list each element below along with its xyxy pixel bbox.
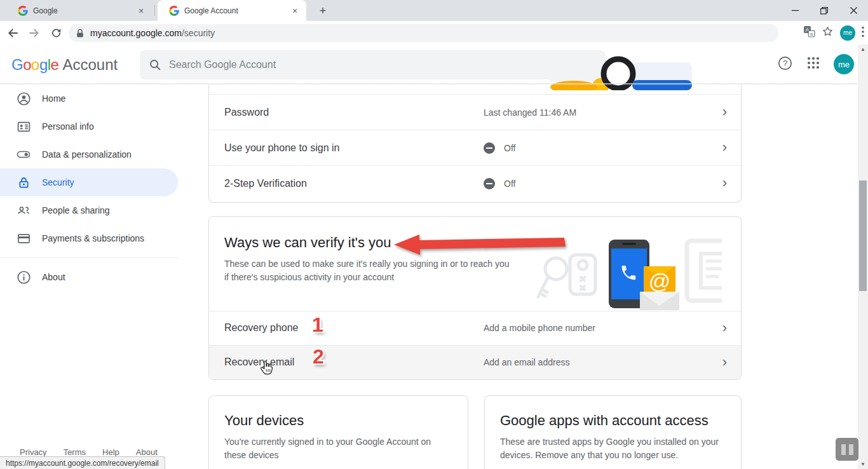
- browser-menu-kebab-icon[interactable]: [862, 26, 864, 40]
- sidebar-item-label: About: [42, 272, 65, 282]
- recovery-phone-row[interactable]: Recovery phone Add a mobile phone number…: [209, 311, 741, 345]
- off-status-icon: [484, 178, 495, 189]
- forward-button[interactable]: [25, 24, 43, 42]
- row-label: Password: [224, 107, 269, 118]
- tab-close-icon[interactable]: ×: [136, 6, 146, 16]
- logo-letter: e: [51, 56, 59, 73]
- devices-card-title: Your devices: [224, 412, 304, 429]
- tab-google-account[interactable]: Google Account ×: [158, 0, 306, 21]
- svg-text:@: @: [649, 269, 671, 293]
- row-value: Off: [504, 179, 515, 189]
- google-favicon-icon: [18, 6, 28, 16]
- sidebar-item-people-sharing[interactable]: People & sharing: [0, 196, 178, 224]
- url-host: myaccount.google.com: [90, 28, 182, 38]
- logo-letter: G: [11, 56, 23, 73]
- home-account-icon: [17, 92, 31, 105]
- pause-icon: [849, 444, 853, 455]
- url-path: /security: [182, 28, 215, 38]
- footer-link-terms[interactable]: Terms: [64, 447, 86, 457]
- chevron-right-icon: ›: [722, 140, 727, 154]
- chevron-right-icon: ›: [722, 105, 727, 119]
- chevron-right-icon: ›: [722, 321, 727, 335]
- phone-sign-in-row[interactable]: Use your phone to sign in Off ›: [209, 130, 741, 165]
- google-apps-grid-icon[interactable]: [807, 57, 820, 72]
- row-label: Recovery phone: [224, 322, 299, 334]
- off-status-icon: [484, 142, 495, 154]
- sidebar-item-personal-info[interactable]: Personal info: [0, 112, 178, 140]
- sidebar-item-home[interactable]: Home: [0, 85, 178, 112]
- toggle-icon: [17, 147, 31, 161]
- page-scrollbar[interactable]: ▲ ▼: [858, 44, 868, 469]
- annotation-number-2: 2: [313, 345, 324, 369]
- info-icon: [17, 270, 31, 284]
- apps-card-title: Google apps with account access: [500, 412, 709, 429]
- tab-title: Google Account: [184, 6, 290, 15]
- help-icon[interactable]: ?: [777, 55, 793, 74]
- chevron-right-icon: ›: [722, 176, 727, 190]
- address-bar[interactable]: myaccount.google.com/security: [69, 24, 778, 42]
- personal-info-icon: [17, 119, 31, 133]
- tab-google[interactable]: Google ×: [6, 0, 153, 21]
- back-button[interactable]: [4, 24, 22, 42]
- search-input[interactable]: [169, 59, 550, 71]
- sidebar-item-label: Data & personalization: [42, 149, 132, 160]
- scrollbar-thumb[interactable]: [859, 180, 867, 291]
- new-tab-button[interactable]: +: [315, 3, 330, 18]
- pause-icon: [841, 444, 846, 455]
- password-row[interactable]: Password Last changed 11:46 AM ›: [209, 94, 741, 130]
- browser-tab-strip: Google × Google Account × +: [0, 0, 868, 21]
- recording-pause-button[interactable]: [836, 438, 858, 461]
- svg-text:a: a: [810, 31, 813, 37]
- close-window-button[interactable]: [839, 0, 868, 21]
- footer-link-help[interactable]: Help: [102, 447, 119, 457]
- sidebar-item-label: Security: [42, 177, 74, 187]
- row-value: Add an email address: [484, 357, 569, 367]
- account-avatar[interactable]: me: [834, 54, 854, 74]
- recovery-email-row[interactable]: Recovery email Add an email address ›: [209, 345, 741, 379]
- logo-suffix: Account: [62, 56, 118, 73]
- chevron-right-icon: ›: [722, 355, 727, 369]
- logo-letter: o: [31, 56, 39, 73]
- google-apps-access-card[interactable]: Google apps with account access These ar…: [484, 395, 742, 469]
- row-value: Off: [504, 143, 515, 153]
- footer-link-privacy[interactable]: Privacy: [20, 447, 47, 457]
- sidebar-item-label: Payments & subscriptions: [42, 233, 144, 243]
- credit-card-icon: [17, 231, 31, 245]
- browser-profile-avatar[interactable]: me: [840, 25, 855, 41]
- two-step-verification-row[interactable]: 2-Step Verification Off ›: [209, 165, 741, 201]
- svg-text:?: ?: [783, 58, 787, 68]
- sidebar-item-data-personalization[interactable]: Data & personalization: [0, 140, 178, 168]
- your-devices-card[interactable]: Your devices You're currently signed in …: [208, 395, 468, 469]
- search-icon: [149, 58, 161, 71]
- scroll-up-arrow[interactable]: ▲: [858, 44, 868, 54]
- scroll-down-arrow[interactable]: ▼: [858, 459, 868, 469]
- footer-links: Privacy Terms Help About: [20, 447, 158, 457]
- sidebar-item-about[interactable]: About: [0, 263, 178, 291]
- minimize-button[interactable]: [780, 0, 810, 21]
- row-value: Last changed 11:46 AM: [484, 107, 576, 118]
- logo-letter: g: [39, 56, 48, 73]
- header-shadow: [0, 83, 868, 85]
- row-label: 2-Step Verification: [224, 178, 307, 189]
- refresh-button[interactable]: [47, 24, 65, 42]
- restore-button[interactable]: [810, 0, 839, 21]
- footer-link-about[interactable]: About: [136, 447, 158, 457]
- translate-icon[interactable]: Aa: [803, 25, 815, 40]
- verify-card-description: These can be used to make sure it's real…: [224, 257, 510, 284]
- status-bar-link-preview: https://myaccount.google.com/recovery/em…: [0, 456, 165, 469]
- bookmark-star-icon[interactable]: [822, 25, 834, 40]
- devices-card-description: You're currently signed in to your Googl…: [224, 435, 431, 462]
- lock-icon: [76, 29, 84, 38]
- apps-card-description: These are trusted apps by Google you ins…: [500, 435, 719, 462]
- tab-close-icon[interactable]: ×: [290, 6, 300, 16]
- sidebar-item-payments-subscriptions[interactable]: Payments & subscriptions: [0, 224, 178, 252]
- google-account-logo[interactable]: GoogleAccount: [11, 56, 118, 74]
- sidebar-item-label: Personal info: [42, 121, 94, 132]
- annotation-arrow: [390, 233, 569, 257]
- tab-title: Google: [33, 6, 136, 15]
- google-favicon-icon: [169, 6, 179, 16]
- account-search-bar[interactable]: [140, 50, 599, 79]
- sidebar-item-security[interactable]: Security: [0, 168, 178, 196]
- tab-separator: [154, 5, 155, 16]
- row-value: Add a mobile phone number: [484, 323, 595, 333]
